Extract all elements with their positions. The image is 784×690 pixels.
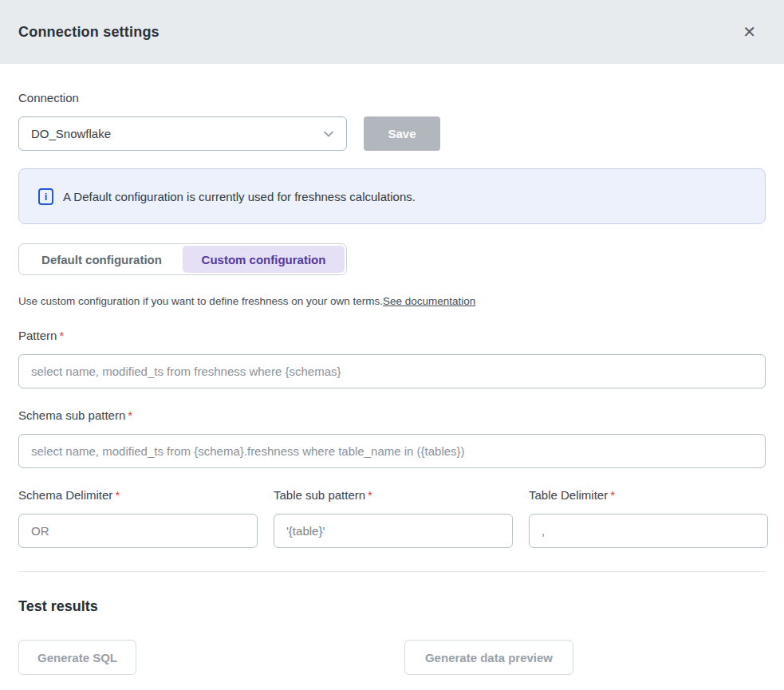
- connection-label: Connection: [18, 92, 766, 104]
- test-results-actions: Generate SQL Generate data preview: [18, 640, 766, 675]
- table-delimiter-input[interactable]: [529, 514, 768, 548]
- required-asterisk: *: [59, 329, 64, 342]
- page-title: Connection settings: [18, 24, 160, 41]
- save-button[interactable]: Save: [364, 116, 440, 151]
- table-sub-pattern-label-text: Table sub pattern: [274, 488, 365, 502]
- connection-row: DO_Snowflake Save: [18, 116, 766, 151]
- table-delimiter-label: Table Delimiter*: [529, 489, 768, 502]
- pattern-label-text: Pattern: [18, 329, 57, 342]
- modal-header: Connection settings ✕: [0, 0, 784, 64]
- connection-selected-value: DO_Snowflake: [31, 127, 111, 140]
- schema-delimiter-field: Schema Delimiter*: [18, 489, 258, 548]
- test-results-title: Test results: [18, 598, 766, 615]
- schema-sub-pattern-input[interactable]: [18, 434, 766, 468]
- table-sub-pattern-field: Table sub pattern*: [274, 489, 513, 548]
- info-icon: i: [38, 188, 53, 205]
- schema-delimiter-input[interactable]: [18, 514, 258, 548]
- helper-text-body: Use custom configuration if you want to …: [18, 295, 383, 307]
- tab-default-configuration[interactable]: Default configuration: [21, 246, 183, 273]
- connection-select[interactable]: DO_Snowflake: [18, 116, 347, 151]
- table-delimiter-field: Table Delimiter*: [529, 489, 768, 548]
- tab-custom-configuration[interactable]: Custom configuration: [183, 246, 345, 273]
- info-banner-text: A Default configuration is currently use…: [63, 190, 416, 203]
- required-asterisk: *: [115, 488, 120, 502]
- required-asterisk: *: [610, 488, 615, 502]
- see-documentation-link[interactable]: See documentation: [383, 295, 475, 307]
- delimiter-row: Schema Delimiter* Table sub pattern* Tab…: [18, 489, 766, 548]
- required-asterisk: *: [368, 488, 372, 502]
- chevron-down-icon: [322, 128, 335, 140]
- required-asterisk: *: [128, 408, 132, 422]
- close-icon[interactable]: ✕: [743, 24, 756, 40]
- schema-sub-pattern-label: Schema sub pattern*: [18, 409, 766, 422]
- pattern-label: Pattern*: [18, 329, 766, 342]
- table-sub-pattern-input[interactable]: [274, 514, 513, 548]
- generate-data-preview-button[interactable]: Generate data preview: [404, 640, 573, 675]
- pattern-input[interactable]: [18, 354, 766, 388]
- schema-delimiter-label-text: Schema Delimiter: [18, 488, 112, 502]
- helper-text: Use custom configuration if you want to …: [18, 295, 766, 307]
- configuration-tabs: Default configuration Custom configurati…: [18, 243, 347, 275]
- table-sub-pattern-label: Table sub pattern*: [274, 489, 513, 502]
- generate-sql-button[interactable]: Generate SQL: [18, 640, 136, 675]
- schema-sub-pattern-label-text: Schema sub pattern: [18, 408, 125, 422]
- table-delimiter-label-text: Table Delimiter: [529, 488, 608, 502]
- info-banner: i A Default configuration is currently u…: [18, 168, 766, 224]
- schema-delimiter-label: Schema Delimiter*: [18, 489, 258, 502]
- modal-body: Connection DO_Snowflake Save i A Default…: [0, 92, 784, 675]
- section-divider: [18, 571, 766, 572]
